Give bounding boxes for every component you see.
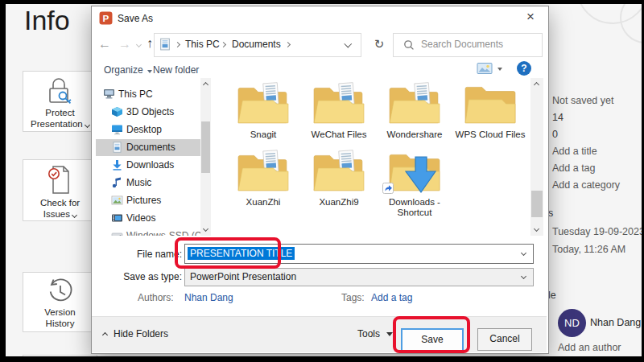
- svg-text:P: P: [103, 13, 109, 23]
- address-dropdown-chevron[interactable]: [345, 40, 352, 47]
- nav-forward-button[interactable]: →: [118, 37, 131, 51]
- frame-left: [0, 0, 6, 362]
- file-name-dropdown-chevron[interactable]: [521, 250, 526, 256]
- view-mode-button[interactable]: [477, 62, 493, 78]
- help-button[interactable]: ?: [517, 61, 531, 76]
- sidebar-item-pictures[interactable]: Pictures: [96, 192, 200, 209]
- folder-label: WeChat Files: [302, 130, 376, 140]
- nav-recent-chevron[interactable]: [136, 42, 142, 47]
- address-bar[interactable]: This PC Documents: [154, 33, 361, 57]
- save-as-type-value: PowerPoint Presentation: [190, 271, 296, 282]
- sidebar-item-documents[interactable]: Documents: [96, 139, 211, 156]
- author-name[interactable]: Nhan Dang: [590, 317, 641, 328]
- avatar-initials: ND: [564, 317, 580, 329]
- save-as-type-dropdown-chevron[interactable]: [521, 274, 526, 279]
- decorative-circle: [620, 0, 644, 43]
- sidebar-item-this-pc[interactable]: This PC: [96, 86, 200, 103]
- desktop-icon: [111, 124, 123, 141]
- lock-key-icon: [44, 76, 73, 109]
- search-icon: [403, 39, 415, 53]
- sidebar-item-downloads[interactable]: Downloads: [96, 157, 200, 174]
- clock-history-icon: [45, 277, 76, 308]
- dialog-title: Save As: [118, 13, 153, 24]
- document-icon: [111, 142, 123, 158]
- breadcrumb-item-this-pc[interactable]: This PC: [182, 39, 223, 50]
- new-folder-button[interactable]: New folder: [153, 64, 199, 76]
- screenshot-root: Info Protect Presentation: [0, 0, 644, 362]
- sidebar-item-music[interactable]: Music: [96, 175, 200, 191]
- check-for-issues-button[interactable]: Check for Issues: [23, 159, 97, 221]
- scroll-down-icon[interactable]: [203, 226, 208, 232]
- version-history-button[interactable]: Version History: [23, 272, 97, 332]
- folder-tile-wps-cloud-files[interactable]: WPS Cloud Files: [453, 81, 527, 140]
- scroll-down-icon[interactable]: [534, 226, 539, 232]
- version-history-label-1: Version: [23, 306, 97, 318]
- organize-menu[interactable]: Organize: [104, 64, 152, 76]
- save-as-dialog: P Save As × ← → ↑ This PC Documents: [91, 6, 549, 354]
- sidebar-item-label: Documents: [126, 139, 175, 156]
- protect-presentation-button[interactable]: Protect Presentation: [23, 71, 97, 132]
- frame-bottom: [0, 356, 644, 362]
- folder-tile-snagit[interactable]: Snagit: [226, 81, 300, 140]
- folder-tile-wondershare[interactable]: Wondershare: [378, 81, 452, 140]
- sidebar-item-videos[interactable]: Videos: [96, 210, 200, 227]
- file-name-input[interactable]: PRESENTATION TITLE: [184, 244, 534, 264]
- computer-icon: [103, 88, 115, 105]
- scroll-up-icon[interactable]: [534, 82, 539, 88]
- sidebar-item-windows-ssd[interactable]: Windows-SSD (C:: [96, 228, 200, 236]
- date-modified-value: Tuesday 19-09-2023: [552, 226, 644, 237]
- folder-location-icon: [159, 38, 171, 53]
- folder-tile-xuanzhi[interactable]: XuanZhi: [226, 149, 300, 208]
- folder-label: WPS Cloud Files: [453, 130, 527, 140]
- add-author-field[interactable]: Add an author: [558, 342, 621, 353]
- file-browser-area: This PC 3D Objects Desktop Documents: [92, 78, 547, 236]
- scrollbar-thumb[interactable]: [201, 121, 210, 173]
- property-value-size: Not saved yet: [552, 95, 613, 106]
- sidebar-scrollbar[interactable]: [200, 78, 211, 236]
- add-tag-field[interactable]: Add a tag: [552, 162, 596, 174]
- dropdown-triangle-icon: [147, 70, 152, 73]
- hide-folders-button[interactable]: Hide Folders: [114, 328, 168, 339]
- cancel-button[interactable]: Cancel: [477, 328, 532, 351]
- folder-tile-wechat-files[interactable]: WeChat Files: [302, 81, 376, 140]
- tools-dropdown-triangle[interactable]: [386, 332, 393, 336]
- drive-icon: [111, 230, 123, 236]
- sidebar-item-desktop[interactable]: Desktop: [96, 121, 200, 138]
- authors-value[interactable]: Nhan Dang: [184, 292, 233, 303]
- breadcrumb-chevron[interactable]: [285, 42, 291, 47]
- scroll-up-icon[interactable]: [203, 82, 208, 88]
- tools-menu[interactable]: Tools: [357, 328, 380, 339]
- nav-back-button[interactable]: ←: [98, 37, 111, 51]
- view-mode-dropdown[interactable]: [497, 68, 502, 71]
- folder-tile-xuanzhi9[interactable]: XuanZhi9: [302, 149, 376, 208]
- check-for-issues-label-2: Issues: [23, 208, 97, 220]
- refresh-button[interactable]: ↻: [369, 37, 389, 55]
- add-title-field[interactable]: Add a title: [552, 146, 597, 157]
- save-button[interactable]: Save: [401, 328, 464, 352]
- chevron-down-icon: [85, 122, 90, 128]
- nav-up-button[interactable]: ↑: [147, 36, 153, 51]
- scrollbar-thumb[interactable]: [531, 191, 543, 217]
- folder-tile-downloads-shortcut[interactable]: Downloads - Shortcut: [378, 149, 452, 218]
- date-created-value: Today, 11:26 AM: [552, 244, 625, 255]
- protect-presentation-label-2: Presentation: [23, 118, 97, 130]
- shortcut-arrow-icon: [382, 183, 394, 196]
- folder-with-files-icon: [237, 81, 290, 126]
- breadcrumb-item-documents[interactable]: Documents: [229, 39, 284, 50]
- tags-add-value[interactable]: Add a tag: [371, 292, 412, 303]
- folder-with-files-icon: [312, 149, 365, 194]
- breadcrumb-chevron: [175, 42, 180, 47]
- close-button[interactable]: ×: [518, 9, 543, 28]
- sidebar-item-3d-objects[interactable]: 3D Objects: [96, 104, 200, 121]
- folder-label: Wondershare: [378, 130, 452, 140]
- file-list-scrollbar[interactable]: [530, 78, 543, 236]
- sidebar-item-label: 3D Objects: [126, 104, 174, 121]
- property-value-slides: 14: [552, 112, 564, 123]
- add-category-field[interactable]: Add a category: [552, 179, 620, 191]
- sidebar-item-label: Videos: [126, 210, 155, 227]
- folder-label: XuanZhi9: [302, 197, 376, 208]
- frame-top: [0, 0, 644, 4]
- sidebar-item-label: This PC: [118, 86, 153, 103]
- save-as-type-select[interactable]: PowerPoint Presentation: [184, 268, 534, 286]
- search-box[interactable]: Search Documents: [393, 33, 543, 57]
